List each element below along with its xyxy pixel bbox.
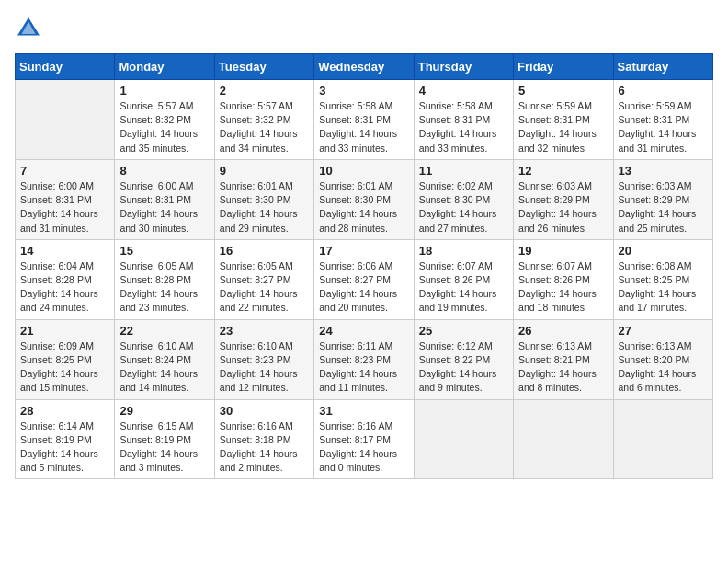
day-detail: Sunrise: 6:14 AMSunset: 8:19 PMDaylight:… xyxy=(20,419,109,476)
calendar-week-3: 14Sunrise: 6:04 AMSunset: 8:28 PMDayligh… xyxy=(16,239,713,319)
day-detail: Sunrise: 6:00 AMSunset: 8:31 PMDaylight:… xyxy=(20,179,109,236)
calendar-cell xyxy=(414,399,513,479)
calendar-cell: 23Sunrise: 6:10 AMSunset: 8:23 PMDayligh… xyxy=(214,319,313,399)
calendar-cell: 19Sunrise: 6:07 AMSunset: 8:26 PMDayligh… xyxy=(514,239,613,319)
day-detail: Sunrise: 5:58 AMSunset: 8:31 PMDaylight:… xyxy=(319,99,408,155)
header-monday: Monday xyxy=(115,54,214,80)
calendar-cell: 21Sunrise: 6:09 AMSunset: 8:25 PMDayligh… xyxy=(16,319,115,399)
calendar-cell: 10Sunrise: 6:01 AMSunset: 8:30 PMDayligh… xyxy=(314,159,414,239)
day-number: 29 xyxy=(119,404,209,418)
calendar-cell: 25Sunrise: 6:12 AMSunset: 8:22 PMDayligh… xyxy=(414,319,513,399)
calendar-cell: 30Sunrise: 6:16 AMSunset: 8:18 PMDayligh… xyxy=(214,399,313,479)
day-detail: Sunrise: 6:02 AMSunset: 8:30 PMDaylight:… xyxy=(419,179,508,236)
day-detail: Sunrise: 5:57 AMSunset: 8:32 PMDaylight:… xyxy=(119,99,209,155)
calendar-cell: 5Sunrise: 5:59 AMSunset: 8:31 PMDaylight… xyxy=(514,80,613,160)
calendar-header-row: SundayMondayTuesdayWednesdayThursdayFrid… xyxy=(16,54,713,80)
day-number: 10 xyxy=(319,164,408,178)
calendar-cell xyxy=(16,80,115,160)
calendar-cell: 6Sunrise: 5:59 AMSunset: 8:31 PMDaylight… xyxy=(613,80,712,160)
calendar-cell xyxy=(514,399,613,479)
calendar-cell: 7Sunrise: 6:00 AMSunset: 8:31 PMDaylight… xyxy=(16,159,115,239)
day-detail: Sunrise: 5:57 AMSunset: 8:32 PMDaylight:… xyxy=(220,99,309,155)
day-number: 1 xyxy=(119,84,209,98)
day-detail: Sunrise: 6:06 AMSunset: 8:27 PMDaylight:… xyxy=(319,259,408,316)
day-detail: Sunrise: 6:10 AMSunset: 8:23 PMDaylight:… xyxy=(220,339,309,396)
calendar-cell: 22Sunrise: 6:10 AMSunset: 8:24 PMDayligh… xyxy=(115,319,214,399)
day-detail: Sunrise: 5:59 AMSunset: 8:31 PMDaylight:… xyxy=(518,99,608,155)
calendar-cell: 20Sunrise: 6:08 AMSunset: 8:25 PMDayligh… xyxy=(613,239,712,319)
calendar-cell: 17Sunrise: 6:06 AMSunset: 8:27 PMDayligh… xyxy=(314,239,414,319)
day-detail: Sunrise: 5:58 AMSunset: 8:31 PMDaylight:… xyxy=(419,99,508,155)
calendar-cell: 15Sunrise: 6:05 AMSunset: 8:28 PMDayligh… xyxy=(115,239,214,319)
day-number: 3 xyxy=(319,84,408,98)
day-detail: Sunrise: 6:03 AMSunset: 8:29 PMDaylight:… xyxy=(518,179,608,236)
day-number: 26 xyxy=(518,324,608,338)
calendar-cell: 18Sunrise: 6:07 AMSunset: 8:26 PMDayligh… xyxy=(414,239,513,319)
logo xyxy=(15,15,48,42)
calendar-cell: 4Sunrise: 5:58 AMSunset: 8:31 PMDaylight… xyxy=(414,80,513,160)
day-detail: Sunrise: 6:13 AMSunset: 8:20 PMDaylight:… xyxy=(619,339,708,396)
calendar-cell: 27Sunrise: 6:13 AMSunset: 8:20 PMDayligh… xyxy=(613,319,712,399)
day-detail: Sunrise: 6:00 AMSunset: 8:31 PMDaylight:… xyxy=(119,179,209,236)
day-number: 15 xyxy=(119,244,209,258)
header-friday: Friday xyxy=(514,54,613,80)
logo-icon xyxy=(15,15,42,42)
day-number: 20 xyxy=(619,244,708,258)
day-number: 9 xyxy=(220,164,309,178)
day-number: 17 xyxy=(319,244,408,258)
day-number: 24 xyxy=(319,324,408,338)
day-detail: Sunrise: 6:16 AMSunset: 8:17 PMDaylight:… xyxy=(319,419,408,476)
calendar-cell: 29Sunrise: 6:15 AMSunset: 8:19 PMDayligh… xyxy=(115,399,214,479)
day-number: 27 xyxy=(619,324,708,338)
day-number: 11 xyxy=(419,164,508,178)
day-detail: Sunrise: 6:03 AMSunset: 8:29 PMDaylight:… xyxy=(619,179,708,236)
day-number: 25 xyxy=(419,324,508,338)
page-header xyxy=(15,15,713,42)
day-detail: Sunrise: 6:10 AMSunset: 8:24 PMDaylight:… xyxy=(119,339,209,396)
day-number: 19 xyxy=(518,244,608,258)
day-number: 5 xyxy=(518,84,608,98)
day-detail: Sunrise: 6:13 AMSunset: 8:21 PMDaylight:… xyxy=(518,339,608,396)
day-number: 8 xyxy=(119,164,209,178)
day-detail: Sunrise: 5:59 AMSunset: 8:31 PMDaylight:… xyxy=(619,99,708,155)
calendar-cell xyxy=(613,399,712,479)
calendar-cell: 11Sunrise: 6:02 AMSunset: 8:30 PMDayligh… xyxy=(414,159,513,239)
day-detail: Sunrise: 6:11 AMSunset: 8:23 PMDaylight:… xyxy=(319,339,408,396)
calendar-cell: 31Sunrise: 6:16 AMSunset: 8:17 PMDayligh… xyxy=(314,399,414,479)
day-number: 18 xyxy=(419,244,508,258)
calendar-cell: 1Sunrise: 5:57 AMSunset: 8:32 PMDaylight… xyxy=(115,80,214,160)
day-detail: Sunrise: 6:07 AMSunset: 8:26 PMDaylight:… xyxy=(518,259,608,316)
day-number: 21 xyxy=(20,324,109,338)
day-detail: Sunrise: 6:01 AMSunset: 8:30 PMDaylight:… xyxy=(220,179,309,236)
day-detail: Sunrise: 6:01 AMSunset: 8:30 PMDaylight:… xyxy=(319,179,408,236)
header-sunday: Sunday xyxy=(16,54,115,80)
calendar-cell: 13Sunrise: 6:03 AMSunset: 8:29 PMDayligh… xyxy=(613,159,712,239)
header-tuesday: Tuesday xyxy=(214,54,313,80)
day-detail: Sunrise: 6:05 AMSunset: 8:28 PMDaylight:… xyxy=(119,259,209,316)
calendar-cell: 16Sunrise: 6:05 AMSunset: 8:27 PMDayligh… xyxy=(214,239,313,319)
day-number: 14 xyxy=(20,244,109,258)
calendar-cell: 8Sunrise: 6:00 AMSunset: 8:31 PMDaylight… xyxy=(115,159,214,239)
calendar-week-5: 28Sunrise: 6:14 AMSunset: 8:19 PMDayligh… xyxy=(16,399,713,479)
calendar-cell: 12Sunrise: 6:03 AMSunset: 8:29 PMDayligh… xyxy=(514,159,613,239)
day-number: 7 xyxy=(20,164,109,178)
calendar-cell: 9Sunrise: 6:01 AMSunset: 8:30 PMDaylight… xyxy=(214,159,313,239)
day-number: 31 xyxy=(319,404,408,418)
day-number: 12 xyxy=(518,164,608,178)
header-thursday: Thursday xyxy=(414,54,513,80)
calendar-cell: 2Sunrise: 5:57 AMSunset: 8:32 PMDaylight… xyxy=(214,80,313,160)
day-number: 22 xyxy=(119,324,209,338)
calendar-cell: 24Sunrise: 6:11 AMSunset: 8:23 PMDayligh… xyxy=(314,319,414,399)
day-number: 16 xyxy=(220,244,309,258)
day-detail: Sunrise: 6:09 AMSunset: 8:25 PMDaylight:… xyxy=(20,339,109,396)
day-number: 28 xyxy=(20,404,109,418)
day-detail: Sunrise: 6:08 AMSunset: 8:25 PMDaylight:… xyxy=(619,259,708,316)
day-detail: Sunrise: 6:16 AMSunset: 8:18 PMDaylight:… xyxy=(220,419,309,476)
calendar-cell: 28Sunrise: 6:14 AMSunset: 8:19 PMDayligh… xyxy=(16,399,115,479)
day-number: 4 xyxy=(419,84,508,98)
calendar-cell: 26Sunrise: 6:13 AMSunset: 8:21 PMDayligh… xyxy=(514,319,613,399)
day-number: 23 xyxy=(220,324,309,338)
header-saturday: Saturday xyxy=(613,54,712,80)
day-detail: Sunrise: 6:05 AMSunset: 8:27 PMDaylight:… xyxy=(220,259,309,316)
day-detail: Sunrise: 6:07 AMSunset: 8:26 PMDaylight:… xyxy=(419,259,508,316)
